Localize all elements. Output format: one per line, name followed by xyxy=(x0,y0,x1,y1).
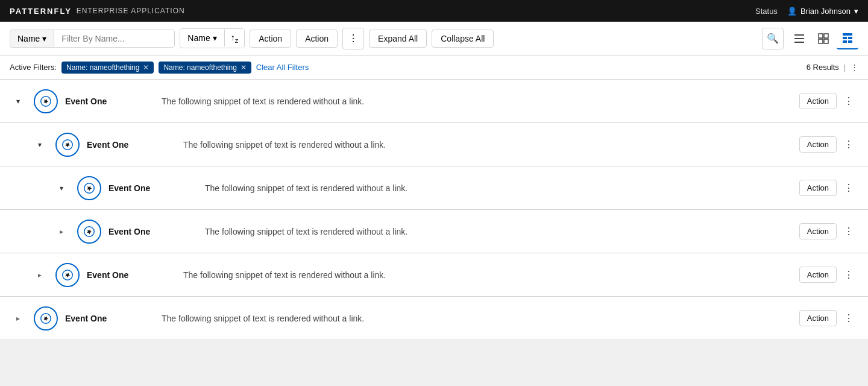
svg-rect-11 xyxy=(848,40,852,43)
filter-by-label: Name xyxy=(17,34,40,43)
sort-direction-icon: ↑Z xyxy=(231,33,239,44)
active-filters-bar: Active Filters: Name: nameofthething ✕ N… xyxy=(0,55,868,80)
results-divider: | xyxy=(844,63,846,72)
row-title-5: Event One xyxy=(65,314,162,323)
row-icon-0: ✈ xyxy=(34,89,58,113)
row-kebab-button-3[interactable]: ⋮ xyxy=(839,222,858,241)
results-count: 6 Results | ⋮ xyxy=(807,63,858,72)
svg-rect-4 xyxy=(824,34,828,38)
filter-chip-1-close[interactable]: ✕ xyxy=(143,63,149,72)
expand-all-button[interactable]: Expand All xyxy=(369,30,427,48)
row-title-4: Event One xyxy=(87,270,183,280)
filter-group: Name ▾ xyxy=(10,30,175,48)
svg-text:✈: ✈ xyxy=(87,186,92,191)
user-icon: 👤 xyxy=(787,7,797,16)
airplane-icon: ✈ xyxy=(62,139,73,150)
row-toggle-4[interactable]: ▸ xyxy=(31,267,48,283)
top-navigation: PATTERNFLY ENTERPRISE APPLICATION Status… xyxy=(0,0,868,22)
svg-rect-0 xyxy=(794,34,804,36)
airplane-icon: ✈ xyxy=(84,183,95,194)
row-toggle-1[interactable]: ▾ xyxy=(31,136,48,153)
filter-input[interactable] xyxy=(54,30,174,47)
grid-view-button[interactable] xyxy=(813,28,834,49)
row-kebab-icon-5: ⋮ xyxy=(844,312,854,324)
svg-text:✈: ✈ xyxy=(87,229,92,235)
action-button-1[interactable]: Action xyxy=(250,30,291,48)
content-list: ▾ ✈ Event One The following snippet of t… xyxy=(0,80,868,340)
toolbar-right: 🔍 xyxy=(762,28,858,49)
row-title-3: Event One xyxy=(108,227,205,236)
clear-all-filters-button[interactable]: Clear All Filters xyxy=(256,63,309,72)
row-description-3: The following snippet of text is rendere… xyxy=(205,227,799,236)
filter-chip-1: Name: nameofthething ✕ xyxy=(61,62,154,74)
svg-rect-9 xyxy=(848,37,852,39)
row-kebab-icon-0: ⋮ xyxy=(844,95,854,107)
row-kebab-icon-3: ⋮ xyxy=(844,226,854,237)
svg-text:✈: ✈ xyxy=(66,142,70,148)
results-kebab-button[interactable]: ⋮ xyxy=(851,63,858,72)
svg-rect-8 xyxy=(843,37,847,39)
filter-chip-2: Name: nameofthething ✕ xyxy=(159,62,251,74)
row-icon-3: ✈ xyxy=(77,220,101,244)
list-view-button[interactable] xyxy=(788,28,810,49)
row-kebab-button-0[interactable]: ⋮ xyxy=(839,92,858,111)
chevron-right-icon: ▸ xyxy=(60,227,63,236)
filter-chip-2-close[interactable]: ✕ xyxy=(241,63,247,72)
svg-rect-10 xyxy=(843,40,847,43)
row-kebab-icon-2: ⋮ xyxy=(844,182,854,194)
filter-chip-2-text: Name: nameofthething xyxy=(163,63,236,72)
row-kebab-button-2[interactable]: ⋮ xyxy=(839,179,858,198)
row-title-2: Event One xyxy=(108,183,205,193)
results-count-text: 6 Results xyxy=(807,63,839,72)
row-action-button-5[interactable]: Action xyxy=(799,310,837,326)
row-toggle-5[interactable]: ▸ xyxy=(10,310,27,327)
row-action-button-3[interactable]: Action xyxy=(799,223,837,239)
brand-app-name: ENTERPRISE APPLICATION xyxy=(77,7,185,15)
grid-view-icon xyxy=(818,33,829,44)
collapse-all-button[interactable]: Collapse All xyxy=(432,30,494,48)
sort-by-select[interactable]: Name ▾ xyxy=(180,30,224,46)
row-kebab-button-1[interactable]: ⋮ xyxy=(839,135,858,154)
sort-caret-icon: ▾ xyxy=(213,33,217,43)
top-nav-right: Status 👤 Brian Johnson ▾ xyxy=(755,7,858,16)
row-toggle-3[interactable]: ▸ xyxy=(53,223,70,240)
row-action-button-1[interactable]: Action xyxy=(799,136,837,153)
airplane-icon: ✈ xyxy=(40,96,51,107)
row-toggle-2[interactable]: ▾ xyxy=(53,180,70,197)
user-caret-icon: ▾ xyxy=(854,7,858,16)
row-description-5: The following snippet of text is rendere… xyxy=(162,314,799,323)
row-action-button-0[interactable]: Action xyxy=(799,93,837,109)
user-menu[interactable]: 👤 Brian Johnson ▾ xyxy=(787,7,858,16)
search-button[interactable]: 🔍 xyxy=(762,28,784,49)
row-actions-0: Action ⋮ xyxy=(799,92,858,111)
row-action-button-4[interactable]: Action xyxy=(799,267,837,283)
row-icon-4: ✈ xyxy=(55,263,80,287)
sort-by-label: Name xyxy=(187,33,210,43)
search-icon: 🔍 xyxy=(767,33,779,44)
row-kebab-button-4[interactable]: ⋮ xyxy=(839,265,858,285)
brand: PATTERNFLY ENTERPRISE APPLICATION xyxy=(10,7,185,16)
table-view-button[interactable] xyxy=(837,28,858,49)
filters-bar-left: Active Filters: Name: nameofthething ✕ N… xyxy=(10,62,309,74)
chevron-down-icon: ▾ xyxy=(38,141,42,149)
brand-logo: PATTERNFLY xyxy=(10,7,72,16)
list-view-icon xyxy=(794,33,805,44)
svg-rect-3 xyxy=(819,34,823,38)
row-title-0: Event One xyxy=(65,96,162,106)
filter-by-select[interactable]: Name ▾ xyxy=(10,30,54,47)
table-view-icon xyxy=(842,33,853,43)
row-kebab-button-5[interactable]: ⋮ xyxy=(839,309,858,328)
toolbar-kebab-button[interactable]: ⋮ xyxy=(342,28,364,49)
row-icon-1: ✈ xyxy=(55,133,80,157)
airplane-icon: ✈ xyxy=(40,313,51,324)
svg-text:✈: ✈ xyxy=(44,99,48,104)
filter-chip-1-text: Name: nameofthething xyxy=(66,63,139,72)
action-button-2[interactable]: Action xyxy=(296,30,338,48)
row-action-button-2[interactable]: Action xyxy=(799,180,837,196)
list-item: ▾ ✈ Event One The following snippet of t… xyxy=(0,166,868,210)
filter-by-caret-icon: ▾ xyxy=(42,34,46,43)
svg-rect-1 xyxy=(794,38,804,39)
sort-direction-button[interactable]: ↑Z xyxy=(225,29,245,48)
toolbar: Name ▾ Name ▾ ↑Z Action Action ⋮ Expand … xyxy=(0,22,868,55)
row-toggle-0[interactable]: ▾ xyxy=(10,93,27,110)
